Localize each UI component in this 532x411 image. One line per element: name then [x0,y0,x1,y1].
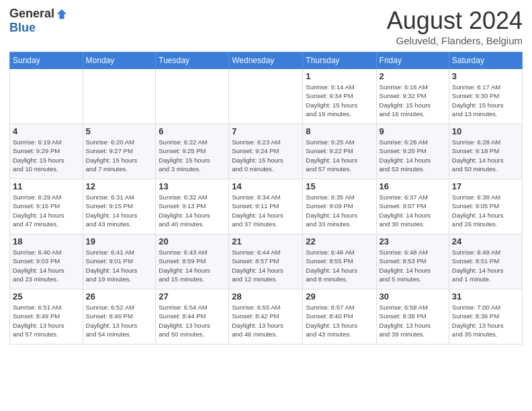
calendar-cell: 21Sunrise: 6:44 AM Sunset: 8:57 PM Dayli… [229,234,303,289]
day-header-thursday: Thursday [303,52,376,69]
calendar-cell: 28Sunrise: 6:55 AM Sunset: 8:42 PM Dayli… [229,289,303,345]
cell-date: 8 [306,126,373,136]
calendar-week-3: 11Sunrise: 6:29 AM Sunset: 9:16 PM Dayli… [10,179,523,234]
cell-date: 14 [232,181,300,191]
logo-general-text: General [9,7,54,21]
calendar-cell: 8Sunrise: 6:25 AM Sunset: 9:22 PM Daylig… [303,124,376,179]
cell-date: 23 [380,236,446,246]
calendar-cell: 12Sunrise: 6:31 AM Sunset: 9:15 PM Dayli… [83,179,156,234]
location: Geluveld, Flanders, Belgium [387,35,523,46]
cell-info: Sunrise: 6:38 AM Sunset: 9:05 PM Dayligh… [452,193,519,228]
calendar-cell: 25Sunrise: 6:51 AM Sunset: 8:49 PM Dayli… [10,289,83,345]
calendar-cell: 24Sunrise: 6:49 AM Sunset: 8:51 PM Dayli… [449,234,522,289]
cell-date: 10 [452,126,519,136]
logo: General Blue [9,7,68,35]
cell-info: Sunrise: 6:26 AM Sunset: 9:20 PM Dayligh… [380,138,446,173]
page-header: General Blue August 2024 Geluveld, Fland… [9,7,523,46]
calendar-week-5: 25Sunrise: 6:51 AM Sunset: 8:49 PM Dayli… [10,289,523,345]
cell-date: 24 [452,236,519,246]
logo-icon [56,8,68,20]
cell-date: 17 [452,181,519,191]
calendar-cell: 4Sunrise: 6:19 AM Sunset: 9:29 PM Daylig… [10,124,83,179]
calendar-cell: 18Sunrise: 6:40 AM Sunset: 9:03 PM Dayli… [10,234,83,289]
cell-info: Sunrise: 6:46 AM Sunset: 8:55 PM Dayligh… [306,248,373,283]
calendar-cell: 22Sunrise: 6:46 AM Sunset: 8:55 PM Dayli… [303,234,376,289]
cell-date: 18 [13,236,80,246]
calendar-cell: 16Sunrise: 6:37 AM Sunset: 9:07 PM Dayli… [376,179,449,234]
logo-blue-text: Blue [9,21,36,35]
cell-date: 2 [380,71,446,81]
cell-info: Sunrise: 6:25 AM Sunset: 9:22 PM Dayligh… [306,138,373,173]
calendar-cell: 1Sunrise: 6:14 AM Sunset: 9:34 PM Daylig… [303,69,376,124]
cell-date: 3 [452,71,519,81]
cell-date: 1 [306,71,373,81]
cell-info: Sunrise: 6:17 AM Sunset: 9:30 PM Dayligh… [452,83,519,118]
cell-info: Sunrise: 6:19 AM Sunset: 9:29 PM Dayligh… [13,138,80,173]
calendar-cell: 5Sunrise: 6:20 AM Sunset: 9:27 PM Daylig… [83,124,156,179]
cell-info: Sunrise: 6:29 AM Sunset: 9:16 PM Dayligh… [13,193,80,228]
cell-info: Sunrise: 6:40 AM Sunset: 9:03 PM Dayligh… [13,248,80,283]
cell-info: Sunrise: 6:34 AM Sunset: 9:11 PM Dayligh… [232,193,300,228]
cell-info: Sunrise: 6:22 AM Sunset: 9:25 PM Dayligh… [159,138,226,173]
calendar-cell: 17Sunrise: 6:38 AM Sunset: 9:05 PM Dayli… [449,179,522,234]
calendar-week-4: 18Sunrise: 6:40 AM Sunset: 9:03 PM Dayli… [10,234,523,289]
cell-info: Sunrise: 6:32 AM Sunset: 9:13 PM Dayligh… [159,193,226,228]
calendar-cell [229,69,303,124]
day-header-wednesday: Wednesday [229,52,303,69]
cell-date: 31 [452,291,519,302]
cell-date: 22 [306,236,373,246]
cell-info: Sunrise: 6:54 AM Sunset: 8:44 PM Dayligh… [159,303,226,338]
calendar-cell: 10Sunrise: 6:28 AM Sunset: 9:18 PM Dayli… [449,124,522,179]
title-section: August 2024 Geluveld, Flanders, Belgium [387,7,523,46]
cell-date: 15 [306,181,373,191]
cell-date: 12 [86,181,153,191]
calendar-cell: 26Sunrise: 6:52 AM Sunset: 8:46 PM Dayli… [83,289,156,345]
cell-info: Sunrise: 6:44 AM Sunset: 8:57 PM Dayligh… [232,248,300,283]
cell-info: Sunrise: 6:16 AM Sunset: 9:32 PM Dayligh… [380,83,446,118]
cell-info: Sunrise: 6:14 AM Sunset: 9:34 PM Dayligh… [306,83,373,118]
calendar-cell: 20Sunrise: 6:43 AM Sunset: 8:59 PM Dayli… [156,234,229,289]
calendar-cell: 11Sunrise: 6:29 AM Sunset: 9:16 PM Dayli… [10,179,83,234]
calendar-week-2: 4Sunrise: 6:19 AM Sunset: 9:29 PM Daylig… [10,124,523,179]
calendar: SundayMondayTuesdayWednesdayThursdayFrid… [9,52,523,345]
cell-info: Sunrise: 6:35 AM Sunset: 9:09 PM Dayligh… [306,193,373,228]
cell-date: 11 [13,181,80,191]
cell-info: Sunrise: 6:43 AM Sunset: 8:59 PM Dayligh… [159,248,226,283]
calendar-cell: 15Sunrise: 6:35 AM Sunset: 9:09 PM Dayli… [303,179,376,234]
cell-date: 6 [159,126,226,136]
calendar-week-1: 1Sunrise: 6:14 AM Sunset: 9:34 PM Daylig… [10,69,523,124]
cell-info: Sunrise: 6:20 AM Sunset: 9:27 PM Dayligh… [86,138,153,173]
svg-marker-0 [57,9,66,18]
calendar-cell: 29Sunrise: 6:57 AM Sunset: 8:40 PM Dayli… [303,289,376,345]
calendar-cell: 3Sunrise: 6:17 AM Sunset: 9:30 PM Daylig… [449,69,522,124]
cell-date: 27 [159,291,226,302]
day-header-tuesday: Tuesday [156,52,229,69]
cell-date: 9 [380,126,446,136]
cell-date: 16 [380,181,446,191]
calendar-header-row: SundayMondayTuesdayWednesdayThursdayFrid… [10,52,523,69]
calendar-cell: 27Sunrise: 6:54 AM Sunset: 8:44 PM Dayli… [156,289,229,345]
cell-date: 7 [232,126,300,136]
cell-date: 26 [86,291,153,302]
calendar-cell: 23Sunrise: 6:48 AM Sunset: 8:53 PM Dayli… [376,234,449,289]
calendar-cell: 2Sunrise: 6:16 AM Sunset: 9:32 PM Daylig… [376,69,449,124]
cell-info: Sunrise: 6:52 AM Sunset: 8:46 PM Dayligh… [86,303,153,338]
calendar-cell [156,69,229,124]
cell-date: 4 [13,126,80,136]
day-header-monday: Monday [83,52,156,69]
calendar-cell: 30Sunrise: 6:58 AM Sunset: 8:38 PM Dayli… [376,289,449,345]
calendar-cell: 6Sunrise: 6:22 AM Sunset: 9:25 PM Daylig… [156,124,229,179]
calendar-cell: 13Sunrise: 6:32 AM Sunset: 9:13 PM Dayli… [156,179,229,234]
cell-date: 25 [13,291,80,302]
day-header-saturday: Saturday [449,52,522,69]
cell-info: Sunrise: 6:49 AM Sunset: 8:51 PM Dayligh… [452,248,519,283]
calendar-cell: 14Sunrise: 6:34 AM Sunset: 9:11 PM Dayli… [229,179,303,234]
cell-info: Sunrise: 6:28 AM Sunset: 9:18 PM Dayligh… [452,138,519,173]
calendar-cell: 9Sunrise: 6:26 AM Sunset: 9:20 PM Daylig… [376,124,449,179]
month-title: August 2024 [387,7,523,35]
cell-date: 20 [159,236,226,246]
calendar-cell: 19Sunrise: 6:41 AM Sunset: 9:01 PM Dayli… [83,234,156,289]
cell-date: 19 [86,236,153,246]
cell-info: Sunrise: 6:55 AM Sunset: 8:42 PM Dayligh… [232,303,300,338]
cell-date: 30 [380,291,446,302]
